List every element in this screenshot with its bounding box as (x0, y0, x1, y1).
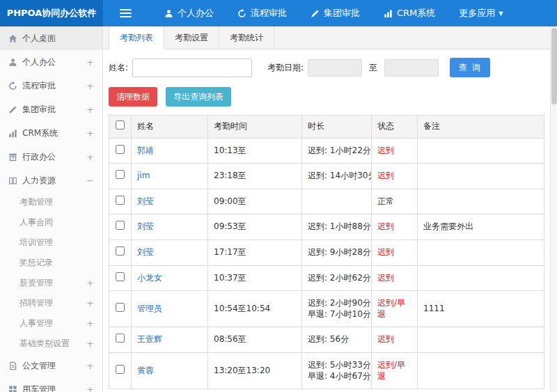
sidebar-item-基础类别设置[interactable]: 基础类别设置+ (0, 334, 102, 354)
sidebar-item-label: 考勤管理 (19, 196, 94, 208)
employee-name-link[interactable]: jim (137, 171, 150, 180)
table-row: 小龙女10:37至迟到: 2小时62分迟到 (109, 265, 544, 291)
nav-item-集团审批[interactable]: 集团审批 (299, 0, 372, 26)
tab-考勤设置[interactable]: 考勤设置 (164, 26, 219, 49)
duration-cell: 迟到: 9小时28分 (302, 240, 372, 265)
employee-name-link[interactable]: 刘莹 (137, 247, 154, 257)
expand-icon[interactable]: + (86, 338, 94, 349)
sidebar-item-薪资管理[interactable]: 薪资管理+ (0, 273, 102, 293)
row-checkbox[interactable] (116, 196, 125, 205)
sidebar-item-用车管理[interactable]: 用车管理+ (0, 377, 102, 392)
sidebar-item-公文管理[interactable]: 公文管理+ (0, 354, 102, 377)
select-all-checkbox[interactable] (116, 120, 125, 130)
export-list-button[interactable]: 导出查询列表 (166, 87, 231, 107)
remark-cell (418, 240, 544, 265)
nav-item-CRM系统[interactable]: CRM系统 (372, 0, 447, 26)
row-checkbox[interactable] (116, 221, 125, 230)
employee-name-link[interactable]: 郭靖 (137, 146, 154, 155)
expand-icon[interactable]: + (86, 57, 94, 68)
row-checkbox[interactable] (116, 272, 125, 281)
sidebar-item-考勤管理[interactable]: 考勤管理 (0, 192, 102, 212)
tab-考勤列表[interactable]: 考勤列表 (109, 26, 164, 49)
sidebar-item-集团审批[interactable]: 集团审批+ (0, 97, 102, 121)
chart-icon (384, 9, 393, 18)
sidebar-item-label: 招聘管理 (19, 297, 86, 309)
expand-icon[interactable]: + (86, 278, 94, 288)
scrollbar-thumb[interactable] (551, 28, 557, 104)
nav-item-个人办公[interactable]: 个人办公 (152, 0, 226, 26)
table-row: 郭靖10:13至迟到: 1小时22分迟到 (109, 138, 544, 164)
remark-cell (418, 189, 544, 214)
row-checkbox[interactable] (116, 365, 125, 374)
date-range-to-label: 至 (369, 62, 377, 74)
collapse-icon[interactable]: − (86, 175, 94, 186)
sidebar-item-招聘管理[interactable]: 招聘管理+ (0, 293, 102, 313)
edit-icon (8, 105, 22, 114)
tab-bar: 考勤列表考勤设置考勤统计 (103, 26, 550, 49)
sidebar-item-label: 薪资管理 (19, 277, 86, 289)
date-filter-label: 考勤日期: (267, 62, 304, 74)
row-checkbox[interactable] (116, 170, 125, 179)
home-icon (8, 34, 22, 43)
expand-icon[interactable]: + (86, 104, 94, 115)
name-filter-input[interactable] (132, 58, 252, 77)
sidebar-item-label: 基础类别设置 (19, 338, 86, 350)
nav-item-label: 更多应用 (459, 7, 495, 19)
attendance-time-cell: 08:56至 (208, 327, 302, 353)
tab-考勤统计[interactable]: 考勤统计 (219, 26, 274, 49)
nav-item-流程审批[interactable]: 流程审批 (226, 0, 299, 26)
nav-item-更多应用[interactable]: 更多应用▼ (447, 0, 515, 26)
sidebar-item-奖惩记录[interactable]: 奖惩记录 (0, 253, 102, 273)
sidebar-item-人力资源[interactable]: 人力资源− (0, 168, 102, 192)
column-header-备注: 备注 (418, 116, 544, 139)
row-checkbox[interactable] (116, 334, 125, 343)
duration-cell: 迟到: 56分 (302, 327, 372, 353)
expand-icon[interactable]: + (86, 384, 94, 392)
date-to-input[interactable] (384, 59, 439, 77)
expand-icon[interactable]: + (86, 81, 94, 91)
remark-cell (418, 138, 544, 164)
table-row: 刘莹17:17至迟到: 9小时28分迟到 (109, 240, 544, 265)
sidebar-item-label: 奖惩记录 (19, 257, 94, 269)
sidebar-item-个人办公[interactable]: 个人办公+ (0, 50, 102, 74)
expand-icon[interactable]: + (86, 152, 94, 162)
search-button[interactable]: 查 询 (450, 58, 490, 77)
status-cell: 迟到 (372, 214, 418, 240)
row-checkbox[interactable] (116, 145, 125, 154)
duration-cell: 迟到: 1小时88分 (302, 214, 372, 240)
attendance-time-cell: 10:13至 (208, 138, 302, 164)
expand-icon[interactable]: + (86, 298, 94, 308)
clean-data-button[interactable]: 清理数据 (109, 87, 157, 107)
employee-name-link[interactable]: 小龙女 (137, 273, 162, 283)
nav-item-label: CRM系统 (397, 7, 435, 19)
sidebar-item-流程审批[interactable]: 流程审批+ (0, 74, 102, 97)
attendance-table-body: 郭靖10:13至迟到: 1小时22分迟到jim23:18至迟到: 14小时30分… (109, 138, 544, 389)
sidebar-item-行政办公[interactable]: 行政办公+ (0, 145, 102, 168)
sidebar-item-人事合同[interactable]: 人事合同 (0, 212, 102, 233)
topbar: PHPOA协同办公软件 个人办公流程审批集团审批CRM系统更多应用▼ (0, 0, 557, 26)
vertical-scrollbar[interactable] (550, 26, 557, 392)
user-icon (8, 58, 22, 67)
employee-name-link[interactable]: 王壹辉 (137, 334, 162, 344)
row-checkbox[interactable] (116, 303, 125, 312)
employee-name-link[interactable]: 黄蓉 (137, 366, 154, 375)
app-logo[interactable]: PHPOA协同办公软件 (0, 0, 103, 26)
date-from-input[interactable] (308, 59, 362, 77)
attendance-time-cell: 09:53至 (208, 214, 302, 240)
sidebar-item-人事管理[interactable]: 人事管理+ (0, 313, 102, 334)
attendance-table-head-row: 姓名考勤时间时长状态备注 (109, 116, 544, 139)
expand-icon[interactable]: + (86, 361, 94, 371)
chevron-down-icon: ▼ (499, 10, 503, 17)
duration-cell: 迟到: 2小时62分 (302, 265, 372, 291)
row-checkbox[interactable] (116, 246, 125, 256)
employee-name-link[interactable]: 刘莹 (137, 221, 154, 231)
menu-toggle-icon[interactable] (120, 7, 132, 19)
sidebar-item-CRM系统[interactable]: CRM系统+ (0, 121, 102, 145)
expand-icon[interactable]: + (86, 128, 94, 139)
employee-name-link[interactable]: 管理员 (137, 304, 162, 313)
sidebar-item-个人桌面[interactable]: 个人桌面 (0, 26, 102, 50)
expand-icon[interactable]: + (86, 318, 94, 329)
sidebar-item-培训管理[interactable]: 培训管理 (0, 233, 102, 253)
attendance-time-cell: 13:20至13:20 (208, 352, 302, 389)
employee-name-link[interactable]: 刘莹 (137, 196, 154, 206)
